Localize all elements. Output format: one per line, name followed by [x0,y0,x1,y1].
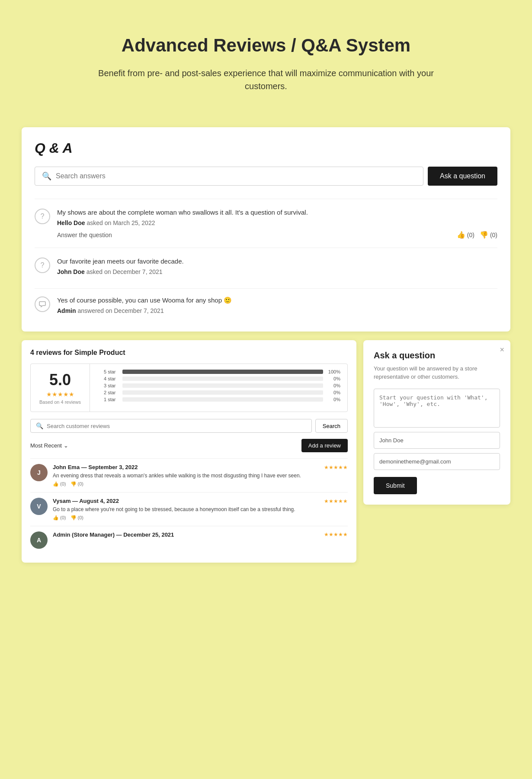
rating-bar-row: 3 star 0% [104,383,340,388]
rating-bar-row: 4 star 0% [104,376,340,381]
review-item: V Vysam — August 4, 2022 ★★★★★ Go to a p… [30,492,348,526]
review-thumbs-up[interactable]: 👍 (0) [53,481,66,487]
search-icon: 🔍 [42,171,51,181]
qa-search-input[interactable] [56,172,416,180]
question-author: John Doe [57,268,85,275]
review-content: Admin (Store Manager) — December 25, 202… [53,531,348,549]
ask-question-button[interactable]: Ask a question [428,167,497,186]
review-stars: ★★★★★ [324,498,348,504]
bar-label: 4 star [104,376,119,381]
modal-close-button[interactable]: × [500,345,504,354]
bar-track [122,383,323,388]
sort-add-row: Most Recent ⌄ Add a review [30,439,348,452]
reviews-search-row: 🔍 Search [30,419,348,433]
question-name-field[interactable] [374,432,500,449]
answer-text: Yes of course possible, you can use Woom… [57,296,497,305]
answer-content: Yes of course possible, you can use Woom… [57,296,497,319]
answer-question-link[interactable]: Answer the question [57,232,112,238]
modal-subtitle: Your question will be answered by a stor… [374,365,500,380]
thumbs-up-count: (0) [467,232,474,238]
rating-bars: 5 star 100% 4 star 0% 3 star 0% 2 star [97,364,347,412]
bar-label: 3 star [104,383,119,388]
review-text: Go to a place where you're not going to … [53,506,348,513]
review-votes: 👍 (0) 👎 (0) [53,481,348,487]
question-icon: ? [35,209,50,224]
thumbs-up-icon: 👍 [457,231,465,239]
ask-question-modal: × Ask a question Your question will be a… [363,340,510,504]
reviews-search-input[interactable] [47,423,306,429]
hero-subtitle: Benefit from pre- and post-sales experie… [87,67,445,93]
bar-pct: 100% [327,369,340,374]
hero-section: Advanced Reviews / Q&A System Benefit fr… [0,0,532,119]
question-meta: John Doe asked on December 7, 2021 [57,268,497,275]
bar-pct: 0% [327,383,340,388]
question-item: ? Our favorite jean meets our favorite d… [35,248,497,288]
review-content: Vysam — August 4, 2022 ★★★★★ Go to a pla… [53,498,348,521]
reviewer-name-date: John Ema — September 3, 2022 ★★★★★ [53,464,348,470]
chevron-down-icon: ⌄ [64,442,68,449]
reviewer-name-date: Admin (Store Manager) — December 25, 202… [53,531,348,538]
question-actions: Answer the question 👍 (0) 👎 (0) [57,231,497,239]
reviewer-name: Vysam — August 4, 2022 [53,498,119,504]
bar-track [122,390,323,395]
review-stars: ★★★★★ [324,464,348,470]
qa-card: Q & A 🔍 Ask a question ? My shows are ab… [22,127,510,332]
modal-title: Ask a question [374,351,500,361]
review-item: A Admin (Store Manager) — December 25, 2… [30,526,348,554]
question-content: My shows are about the complete woman wh… [57,208,497,239]
answer-author: Admin [57,307,76,314]
add-review-button[interactable]: Add a review [301,439,348,452]
qa-title: Q & A [35,140,497,156]
question-meta: Hello Doe asked on March 25, 2022 [57,219,497,226]
review-thumbs-up[interactable]: 👍 (0) [53,515,66,521]
question-author: Hello Doe [57,219,85,226]
rating-bar-row: 2 star 0% [104,390,340,395]
question-content: Our favorite jean meets our favorite dec… [57,257,497,280]
reviewer-name: John Ema — September 3, 2022 [53,464,138,470]
bar-label: 5 star [104,369,119,374]
hero-title: Advanced Reviews / Q&A System [87,35,445,56]
review-thumbs-down[interactable]: 👎 (0) [71,515,84,521]
reviews-search-box: 🔍 [30,419,312,433]
answer-meta: Admin answered on December 7, 2021 [57,307,497,314]
reviews-card: 4 reviews for Simple Product 5.0 ★★★★★ B… [22,340,356,563]
bar-pct: 0% [327,390,340,395]
review-stars: ★★★★★ [324,531,348,538]
rating-summary: 5.0 ★★★★★ Based on 4 reviews 5 star 100%… [30,364,348,412]
sort-label: Most Recent [30,442,62,449]
bar-pct: 0% [327,376,340,381]
question-text: Our favorite jean meets our favorite dec… [57,257,497,266]
bar-label: 2 star [104,390,119,395]
reviews-search-button[interactable]: Search [315,419,348,433]
bar-label: 1 star [104,397,119,402]
qa-search-row: 🔍 Ask a question [35,167,497,186]
question-textarea[interactable] [374,389,500,428]
avatar: J [30,464,48,481]
question-icon: ? [35,258,50,273]
thumbs-up-button[interactable]: 👍 (0) [457,231,474,239]
thumbs-down-count: (0) [490,232,497,238]
rating-left: 5.0 ★★★★★ Based on 4 reviews [31,364,90,412]
avatar: V [30,498,48,515]
question-item: ? My shows are about the complete woman … [35,199,497,248]
answer-icon [35,296,50,312]
based-on-text: Based on 4 reviews [39,399,81,405]
big-rating: 5.0 [49,371,71,389]
bar-track [122,370,323,374]
question-email-field[interactable] [374,453,500,470]
bottom-section: 4 reviews for Simple Product 5.0 ★★★★★ B… [22,340,510,563]
sort-dropdown[interactable]: Most Recent ⌄ [30,442,68,449]
question-text: My shows are about the complete woman wh… [57,208,497,217]
review-votes: 👍 (0) 👎 (0) [53,515,348,521]
reviewer-name-date: Vysam — August 4, 2022 ★★★★★ [53,498,348,504]
thumbs-down-button[interactable]: 👎 (0) [480,231,497,239]
bar-track [122,377,323,381]
review-thumbs-down[interactable]: 👎 (0) [71,481,84,487]
qa-search-box: 🔍 [35,167,423,186]
reviews-title: 4 reviews for Simple Product [30,349,348,357]
rating-stars: ★★★★★ [46,391,74,398]
review-text: An evening dress that reveals a woman's … [53,472,348,480]
reviews-search-icon: 🔍 [36,422,43,429]
modal-submit-button[interactable]: Submit [374,477,417,494]
bar-pct: 0% [327,397,340,402]
